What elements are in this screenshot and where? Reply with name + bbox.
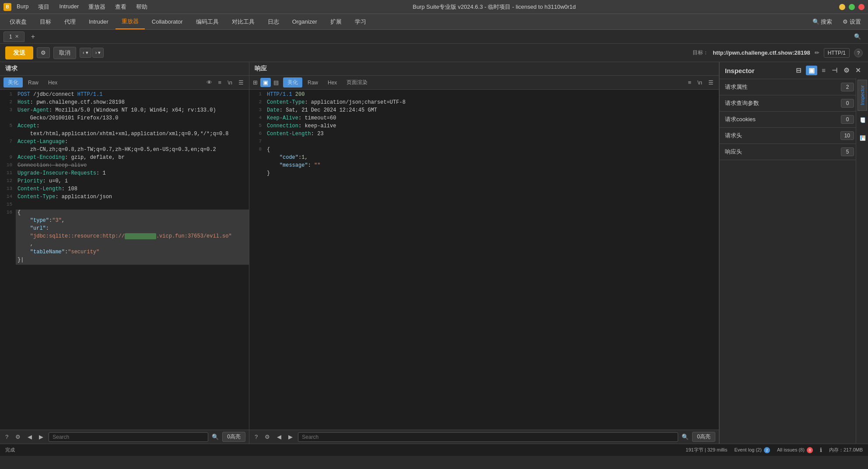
inspector-close[interactable]: ✕: [854, 66, 863, 75]
info-icon-bottom[interactable]: ℹ: [820, 447, 822, 453]
response-highlight-btn[interactable]: 0高亮: [692, 432, 715, 442]
tab-label: 1: [9, 34, 12, 40]
response-tab-beautify[interactable]: 美化: [283, 77, 302, 88]
target-label: 目标：: [693, 49, 708, 56]
nav-tab-log[interactable]: 日志: [262, 14, 285, 29]
tab-close-icon[interactable]: ✕: [15, 34, 19, 39]
menu-intruder[interactable]: Intruder: [57, 2, 80, 12]
nav-search-btn[interactable]: 🔍 搜索: [809, 16, 836, 28]
response-code-area[interactable]: 1 HTTP/1.1 200 2 Content-Type: applicati…: [249, 90, 719, 430]
request-search-icon: 🔍: [212, 434, 219, 440]
menu-burp[interactable]: Burp: [15, 2, 30, 12]
request-tool-menu[interactable]: ☰: [237, 78, 245, 87]
response-view-split[interactable]: ⊞: [253, 79, 258, 86]
inspector-row-req-headers[interactable]: 请求头 10 ∨: [720, 128, 868, 144]
request-help-icon[interactable]: ?: [4, 433, 10, 441]
request-prev-btn[interactable]: ◀: [26, 433, 34, 441]
inspector-row-request-attrs[interactable]: 请求属性 2 ∨: [720, 79, 868, 95]
menu-project[interactable]: 项目: [36, 2, 51, 12]
request-code-area[interactable]: 1 POST /jdbc/connect HTTP/1.1 2 Host: pw…: [0, 90, 249, 430]
nav-settings-btn[interactable]: ⚙ 设置: [839, 16, 864, 28]
response-tool-menu[interactable]: ☰: [707, 78, 715, 87]
inspector-align-right[interactable]: ⊣: [830, 66, 839, 75]
nav-back-btn[interactable]: ‹ ▾: [80, 48, 91, 58]
status-complete: 完成: [5, 447, 15, 453]
inspector-row-cookies[interactable]: 请求cookies 0 ∨: [720, 112, 868, 127]
code-line: 2 Content-Type: application/json;charset…: [249, 99, 719, 107]
nav-tab-encoder[interactable]: 编码工具: [190, 14, 225, 29]
menu-items: Burp 项目 Intruder 重放器 查看 帮助: [15, 2, 149, 12]
issues-label[interactable]: All issues (8) 8: [777, 447, 813, 453]
nav-fwd-btn[interactable]: › ▾: [92, 48, 104, 58]
response-tool-wrap[interactable]: \n: [696, 78, 704, 87]
code-line: "type":"3",: [0, 217, 249, 225]
nav-tab-compare[interactable]: 对比工具: [226, 14, 261, 29]
tab-add-btn[interactable]: +: [27, 32, 39, 42]
inspector-row-resp-headers[interactable]: 响应头 5 ∨: [720, 144, 868, 160]
maximize-btn[interactable]: [849, 4, 855, 10]
sidebar-inspector-tab[interactable]: Inspector: [858, 80, 867, 111]
inspector-align-left[interactable]: ≡: [820, 66, 827, 75]
close-btn[interactable]: [858, 4, 864, 10]
nav-tab-repeater[interactable]: 重放器: [116, 14, 145, 29]
response-search-icon: 🔍: [682, 434, 689, 440]
request-tool-wrap[interactable]: \n: [226, 78, 234, 87]
request-settings-icon[interactable]: ⚙: [14, 433, 22, 441]
minimize-btn[interactable]: [839, 4, 845, 10]
sidebar-tab2[interactable]: 📄: [858, 112, 867, 129]
response-view-horizontal[interactable]: ▤: [273, 79, 279, 86]
response-tab-hex[interactable]: Hex: [323, 78, 341, 87]
nav-tab-extend[interactable]: 扩展: [324, 14, 348, 29]
request-tab-hex[interactable]: Hex: [44, 78, 62, 87]
request-tab-raw[interactable]: Raw: [24, 78, 43, 87]
menu-view[interactable]: 查看: [113, 2, 128, 12]
code-line: "url":: [0, 225, 249, 233]
request-tool-list[interactable]: ≡: [217, 78, 224, 87]
nav-tab-proxy[interactable]: 代理: [58, 14, 82, 29]
response-next-btn[interactable]: ▶: [287, 433, 294, 441]
response-prev-btn[interactable]: ◀: [275, 433, 283, 441]
inspector-view-btn2[interactable]: ▣: [806, 66, 817, 75]
response-tab-raw[interactable]: Raw: [303, 78, 322, 87]
memory-info: 内存：217.0MB: [829, 447, 863, 453]
edit-url-icon[interactable]: ✏: [815, 49, 819, 56]
main-nav: 仪表盘 目标 代理 Intruder 重放器 Collaborator 编码工具…: [0, 14, 868, 30]
send-button[interactable]: 发送: [5, 46, 33, 60]
app-title: Burp Suite专业版 v2024.6.3 - 临时项目 - license…: [413, 4, 576, 10]
inspector-settings[interactable]: ⚙: [842, 66, 851, 75]
repeater-tab-1[interactable]: 1 ✕: [4, 32, 24, 42]
nav-tab-collaborator[interactable]: Collaborator: [146, 14, 189, 29]
nav-tab-organizer[interactable]: Organizer: [286, 14, 323, 29]
nav-tab-intruder[interactable]: Intruder: [83, 14, 115, 29]
response-settings-icon[interactable]: ⚙: [263, 433, 272, 441]
nav-tab-learn[interactable]: 学习: [349, 14, 372, 29]
nav-tab-target[interactable]: 目标: [34, 14, 57, 29]
request-tab-beautify[interactable]: 美化: [4, 77, 23, 88]
cancel-button[interactable]: 取消: [53, 47, 76, 59]
response-tool-list[interactable]: ≡: [686, 78, 693, 87]
request-search-input[interactable]: [49, 432, 208, 442]
response-view-single[interactable]: ▣: [260, 78, 271, 87]
search-icon-top[interactable]: 🔍: [850, 32, 864, 42]
request-panel-tools: 👁 ≡ \n ☰: [205, 78, 245, 87]
response-search-input[interactable]: [298, 432, 678, 442]
inspector-view-btn1[interactable]: ⊟: [794, 66, 803, 75]
request-highlight-btn[interactable]: 0高亮: [222, 432, 245, 442]
code-line: 3 Date: Sat, 21 Dec 2024 12:24:45 GMT: [249, 107, 719, 115]
inspector-label: 请求属性: [725, 83, 748, 91]
response-tab-render[interactable]: 页面渲染: [342, 77, 372, 88]
toolbar-settings-btn[interactable]: ⚙: [37, 47, 50, 58]
http-version[interactable]: HTTP/1: [824, 48, 850, 58]
menu-repeater[interactable]: 重放器: [87, 2, 107, 12]
sidebar-tab3[interactable]: 📊: [858, 130, 867, 147]
menu-help[interactable]: 帮助: [134, 2, 149, 12]
inspector-section-request-attrs: 请求属性 2 ∨: [720, 79, 868, 95]
response-help-icon[interactable]: ?: [253, 433, 259, 441]
event-log-label[interactable]: Event log (2) 2: [735, 447, 770, 453]
code-line: 10 Connection: keep-alive: [0, 162, 249, 170]
nav-tab-dashboard[interactable]: 仪表盘: [4, 14, 33, 29]
help-icon[interactable]: ?: [854, 49, 863, 57]
request-tool-eye[interactable]: 👁: [205, 78, 214, 87]
inspector-row-query-params[interactable]: 请求查询参数 0 ∨: [720, 95, 868, 111]
request-next-btn[interactable]: ▶: [37, 433, 45, 441]
